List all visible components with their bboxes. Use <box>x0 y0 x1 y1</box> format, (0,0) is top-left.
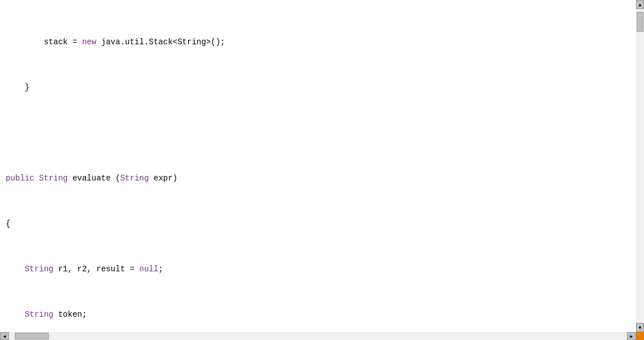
code-content: stack = new java.util.Stack<String>(); }… <box>0 0 644 340</box>
code-line-4: public String evaluate (String expr) <box>6 173 644 184</box>
vertical-scrollbar[interactable]: ▲ ▼ <box>636 0 644 332</box>
vertical-scroll-thumb[interactable] <box>637 12 643 32</box>
code-line-3 <box>6 127 644 138</box>
editor-container: stack = new java.util.Stack<String>(); }… <box>0 0 644 340</box>
code-line-2: } <box>6 82 644 93</box>
code-line-5: { <box>6 218 644 229</box>
scroll-right-button[interactable]: ▶ <box>627 332 636 340</box>
code-line-6: String r1, r2, result = null; <box>6 263 644 275</box>
horizontal-scroll-thumb[interactable] <box>15 333 49 339</box>
code-line-7: String token; <box>6 309 644 320</box>
bottom-right-resize-button[interactable] <box>636 332 644 340</box>
vertical-scroll-track[interactable] <box>636 9 644 323</box>
horizontal-scroll-track[interactable] <box>9 332 627 340</box>
scroll-down-button[interactable]: ▼ <box>636 323 644 332</box>
scroll-left-button[interactable]: ◀ <box>0 332 9 340</box>
code-area: stack = new java.util.Stack<String>(); }… <box>0 0 644 340</box>
code-line-1: stack = new java.util.Stack<String>(); <box>6 36 644 48</box>
horizontal-scrollbar[interactable]: ◀ ▶ <box>0 332 636 340</box>
scroll-up-button[interactable]: ▲ <box>636 0 644 9</box>
